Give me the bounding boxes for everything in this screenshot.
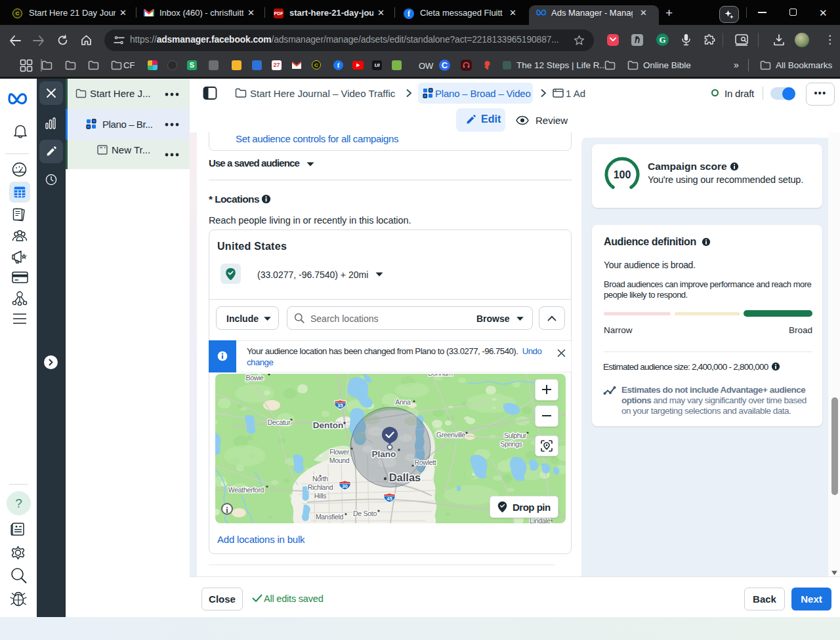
svg-text:100: 100 (614, 169, 631, 180)
svg-text:Springs: Springs (500, 440, 522, 448)
svg-text:Hills: Hills (314, 492, 326, 500)
svg-text:Greenville: Greenville (436, 431, 466, 439)
svg-text:De Soto: De Soto (353, 510, 377, 517)
svg-text:Rowlett: Rowlett (415, 458, 436, 466)
svg-text:Mound: Mound (329, 456, 350, 464)
svg-text:Flower: Flower (329, 448, 350, 456)
svg-text:Plano: Plano (372, 449, 396, 459)
svg-text:45: 45 (387, 496, 392, 502)
svg-text:Denton: Denton (313, 420, 344, 430)
svg-text:Decatur: Decatur (268, 418, 291, 426)
svg-text:Bowie: Bowie (245, 374, 264, 382)
svg-text:North: North (312, 475, 329, 483)
svg-text:Dallas: Dallas (389, 471, 421, 483)
svg-text:Richland: Richland (308, 483, 333, 491)
svg-text:30: 30 (342, 483, 347, 489)
svg-text:Bonham: Bonham (428, 374, 453, 377)
svg-text:Anna: Anna (395, 398, 411, 406)
svg-text:Mansfield: Mansfield (316, 513, 344, 521)
svg-text:Sulphur: Sulphur (504, 431, 527, 439)
svg-text:Weatherford: Weatherford (228, 486, 264, 494)
svg-text:35: 35 (337, 403, 343, 409)
